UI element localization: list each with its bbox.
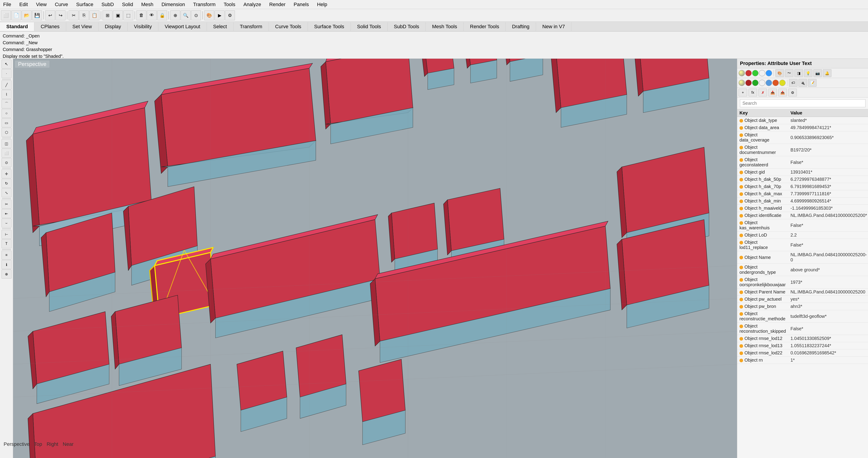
lt-properties[interactable]: ℹ — [2, 260, 11, 269]
lt-move[interactable]: ✛ — [2, 169, 11, 178]
table-row[interactable]: Object Parent Name NL.IMBAG.Pand.0484100… — [737, 289, 868, 296]
prop-tb-user-text[interactable]: 📝 — [808, 79, 816, 87]
prop-tb-curve[interactable]: 〜 — [785, 69, 794, 77]
lt-sphere[interactable]: ⊙ — [2, 158, 11, 167]
tb-save[interactable]: 💾 — [32, 10, 42, 20]
lt-polyline[interactable]: ⌇ — [2, 90, 11, 99]
tab-new-v7[interactable]: New in V7 — [536, 22, 571, 31]
prop-tb-add[interactable]: + — [739, 89, 747, 96]
tb-copy[interactable]: ⎘ — [79, 10, 89, 20]
table-row[interactable]: Object identificatie NL.IMBAG.Pand.04841… — [737, 212, 868, 219]
lt-scale[interactable]: ⤡ — [2, 188, 11, 197]
table-row[interactable]: Object lod11_replace False* — [737, 239, 868, 251]
menu-file[interactable]: File — [2, 1, 12, 8]
table-row[interactable]: Object geconstateerd False* — [737, 156, 868, 169]
color-sphere-1[interactable] — [739, 70, 745, 76]
tab-drafting[interactable]: Drafting — [506, 22, 536, 31]
prop-tb-tag[interactable]: 🏷 — [789, 79, 798, 87]
table-row[interactable]: Object pw_actueel yes* — [737, 296, 868, 303]
table-row[interactable]: Object data_coverage 0.906533896923065* — [737, 131, 868, 144]
prop-tb-gear[interactable]: ⚙ — [788, 89, 797, 96]
table-row[interactable]: Object rn 1* — [737, 357, 868, 364]
color-sphere-12[interactable] — [779, 80, 785, 86]
table-row[interactable]: Object kas_warenhuis False* — [737, 219, 868, 232]
tb-undo[interactable]: ↩ — [45, 10, 55, 20]
lt-extend[interactable]: ⇤ — [2, 209, 11, 218]
tb-deselect[interactable]: ⬚ — [123, 10, 133, 20]
lt-snap-toggle[interactable]: ⊕ — [2, 269, 11, 279]
color-sphere-10[interactable] — [766, 80, 772, 86]
table-row[interactable]: Object h_dak_70p 6.79199981689453* — [737, 183, 868, 190]
prop-tb-export[interactable]: 📤 — [778, 89, 787, 96]
tb-paste[interactable]: 📋 — [89, 10, 99, 20]
table-row[interactable]: Object data_area 49.7849998474121* — [737, 124, 868, 131]
tb-window-select[interactable]: ▣ — [113, 10, 123, 20]
table-row[interactable]: Object h_dak_50p 6.27299976348877* — [737, 176, 868, 183]
menu-tools[interactable]: Tools — [222, 1, 237, 8]
color-sphere-4[interactable] — [759, 70, 765, 76]
tb-render-preview[interactable]: ▶ — [215, 10, 224, 20]
table-row[interactable]: Object reconstruction_skipped False* — [737, 323, 868, 335]
color-sphere-11[interactable] — [772, 80, 779, 86]
tab-solid-tools[interactable]: Solid Tools — [351, 22, 388, 31]
tb-open[interactable]: 📂 — [22, 10, 32, 20]
menu-panels[interactable]: Panels — [292, 1, 310, 8]
lt-point[interactable]: · — [2, 69, 11, 78]
color-sphere-9[interactable] — [759, 80, 765, 86]
lt-rotate[interactable]: ↻ — [2, 179, 11, 188]
viewport-perspective-label[interactable]: Perspective — [15, 61, 50, 68]
tb-redo[interactable]: ↪ — [56, 10, 65, 20]
menu-analyze[interactable]: Analyze — [242, 1, 262, 8]
tab-mesh-tools[interactable]: Mesh Tools — [426, 22, 464, 31]
lt-arc[interactable]: ⌒ — [2, 99, 11, 108]
tb-cut[interactable]: ✂ — [69, 10, 79, 20]
tab-standard[interactable]: Standard — [0, 22, 34, 31]
prop-tb-camera[interactable]: 📷 — [813, 69, 822, 77]
tab-cplanes[interactable]: CPlanes — [34, 22, 66, 31]
color-sphere-6[interactable] — [739, 80, 745, 86]
tb-zoom-win[interactable]: 🔍 — [181, 10, 191, 20]
table-row[interactable]: Object rmse_lod13 1.05511832237244* — [737, 342, 868, 350]
table-row[interactable]: Object reconstructie_methode tudelft3d-g… — [737, 310, 868, 323]
menu-dimension[interactable]: Dimension — [160, 1, 186, 8]
menu-help[interactable]: Help — [315, 1, 329, 8]
color-sphere-2[interactable] — [745, 70, 752, 76]
tab-select[interactable]: Select — [207, 22, 234, 31]
table-row[interactable]: Object Name NL.IMBAG.Pand.04841000000252… — [737, 251, 868, 264]
tab-curve-tools[interactable]: Curve Tools — [269, 22, 308, 31]
table-row[interactable]: Object h_dak_min 4.69999980926514* — [737, 197, 868, 205]
prop-tb-plug[interactable]: 🔌 — [799, 79, 807, 87]
color-sphere-3[interactable] — [752, 70, 758, 76]
tb-lock[interactable]: 🔒 — [157, 10, 167, 20]
menu-curve[interactable]: Curve — [54, 1, 69, 8]
lt-polygon[interactable]: ⬡ — [2, 128, 11, 137]
lt-dim[interactable]: ⊢ — [2, 230, 11, 239]
table-row[interactable]: Object h_dak_max 7.73999977111816* — [737, 190, 868, 197]
properties-search-input[interactable] — [740, 99, 866, 107]
lt-trim[interactable]: ✂ — [2, 200, 11, 208]
tb-delete[interactable]: 🗑 — [136, 10, 146, 20]
lt-box[interactable]: ⬜ — [2, 149, 11, 158]
tab-subd-tools[interactable]: SubD Tools — [388, 22, 426, 31]
tb-hide[interactable]: 👁 — [147, 10, 157, 20]
table-row[interactable]: Object documentnummer B1972/20* — [737, 144, 868, 156]
menu-solid[interactable]: Solid — [121, 1, 134, 8]
table-row[interactable]: Object h_maaiveld -1.16499996185303* — [737, 205, 868, 212]
lt-circle[interactable]: ○ — [2, 109, 11, 118]
lt-surface[interactable]: ◫ — [2, 139, 11, 148]
menu-transform[interactable]: Transform — [192, 1, 217, 8]
viewport-container[interactable]: Perspective — [13, 59, 737, 458]
tab-render-tools[interactable]: Render Tools — [464, 22, 506, 31]
prop-tb-bell[interactable]: 🔔 — [823, 69, 831, 77]
menu-mesh[interactable]: Mesh — [140, 1, 155, 8]
tb-zoom-ext[interactable]: ⊕ — [170, 10, 180, 20]
lt-rectangle[interactable]: ▭ — [2, 118, 11, 127]
prop-tb-material[interactable]: 🎨 — [775, 69, 784, 77]
tab-viewport-layout[interactable]: Viewport Layout — [158, 22, 207, 31]
tb-zoom-sel[interactable]: ⊙ — [191, 10, 201, 20]
color-sphere-8[interactable] — [752, 80, 758, 86]
menu-render[interactable]: Render — [268, 1, 287, 8]
prop-tb-import[interactable]: 📥 — [768, 89, 777, 96]
prop-tb-light[interactable]: 💡 — [804, 69, 812, 77]
table-row[interactable]: Object gid 13910401* — [737, 169, 868, 176]
